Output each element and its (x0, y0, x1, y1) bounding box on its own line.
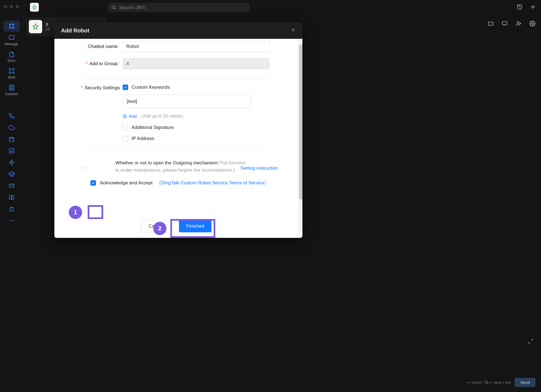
rail-cube-icon[interactable] (3, 169, 20, 180)
custom-keywords-label: Custom Keywords (132, 85, 170, 90)
rail-apps[interactable] (3, 21, 20, 32)
svg-point-14 (11, 86, 12, 88)
svg-rect-6 (9, 27, 11, 29)
ip-address-checkbox[interactable] (123, 136, 128, 141)
rail-docs[interactable]: Docs (3, 49, 20, 65)
svg-marker-21 (9, 172, 14, 175)
close-icon[interactable] (291, 27, 296, 34)
security-settings-label: Security Settings (54, 85, 123, 91)
divider (82, 151, 270, 151)
svg-rect-5 (12, 24, 14, 26)
svg-point-0 (112, 6, 115, 9)
svg-point-9 (9, 68, 11, 70)
rail-calendar-icon[interactable] (3, 134, 20, 145)
ip-address-label: IP Address (132, 136, 154, 141)
chat-title: X (45, 22, 49, 27)
svg-point-26 (9, 220, 10, 221)
add-keyword-button[interactable]: Add (123, 114, 136, 119)
svg-rect-19 (9, 149, 14, 153)
search-input[interactable]: Search (⌘F) (108, 3, 250, 12)
rail-work[interactable]: Work (3, 65, 20, 82)
keyword-input[interactable]: [test] (123, 95, 251, 108)
divider (82, 78, 270, 78)
svg-rect-25 (12, 195, 14, 200)
scrollbar[interactable] (299, 44, 302, 200)
chatbot-name-label: Chatbot name: (54, 44, 123, 49)
additional-signature-checkbox[interactable] (123, 125, 128, 130)
svg-rect-8 (9, 35, 14, 39)
add-keyword-hint: （Add up to 10 robots） (138, 113, 186, 119)
svg-rect-7 (12, 27, 14, 29)
svg-point-10 (12, 68, 14, 70)
svg-point-12 (12, 72, 14, 73)
custom-keywords-checkbox[interactable] (123, 85, 128, 90)
rail-contacts[interactable]: Contacts (3, 82, 20, 98)
traffic-zoom[interactable] (16, 5, 19, 8)
chat-avatar (29, 20, 42, 33)
svg-line-1 (115, 8, 116, 9)
terms-ack-label: Acknowledge and Accept (100, 180, 153, 186)
traffic-minimize[interactable] (10, 5, 13, 8)
svg-point-27 (11, 220, 12, 221)
chatbot-name-input[interactable]: Robot (123, 41, 270, 52)
terms-checkbox[interactable] (90, 180, 96, 186)
rail-more-icon[interactable] (3, 215, 20, 226)
add-to-group-label: Add to Group: (54, 61, 123, 67)
rail-check-icon[interactable] (3, 145, 20, 156)
rail-bolt-icon[interactable] (3, 157, 20, 168)
search-placeholder: Search (⌘F) (119, 5, 146, 11)
modal-title: Add Robot (61, 27, 89, 34)
rail-phone-icon[interactable] (3, 110, 20, 121)
rail-message[interactable]: Message (3, 32, 20, 48)
svg-point-28 (13, 220, 14, 221)
window-traffic-lights[interactable] (4, 5, 19, 8)
rail-mail-icon[interactable] (3, 180, 20, 191)
chat-subtitle: All (45, 27, 49, 31)
additional-signature-label: Additional Signature (132, 125, 174, 130)
rail-bag-icon[interactable] (3, 203, 20, 215)
svg-point-11 (9, 72, 11, 73)
add-robot-modal: Add Robot Chatbot name: Robot Add to Gro… (54, 22, 302, 238)
outgoing-checkbox (82, 166, 87, 171)
svg-marker-20 (9, 160, 14, 165)
svg-rect-15 (9, 138, 14, 142)
traffic-close[interactable] (4, 5, 7, 8)
finished-button[interactable]: Finished (179, 220, 211, 232)
svg-rect-24 (9, 195, 11, 200)
add-to-group-input: X (123, 58, 270, 69)
app-icon[interactable] (30, 3, 39, 12)
left-rail: Message Docs Work Contacts (0, 16, 23, 257)
rail-cloud-icon[interactable] (3, 122, 20, 133)
outgoing-text: Whether or not to open the Outgoing mech… (115, 159, 249, 174)
cancel-button[interactable]: Cancel (141, 220, 171, 232)
setting-instruction-link[interactable]: Setting instruction (241, 166, 278, 171)
rail-layers-icon[interactable] (3, 192, 20, 203)
terms-link[interactable]: 《DingTalk Custom Robot Service Terms of … (156, 180, 269, 186)
svg-rect-4 (9, 24, 11, 26)
